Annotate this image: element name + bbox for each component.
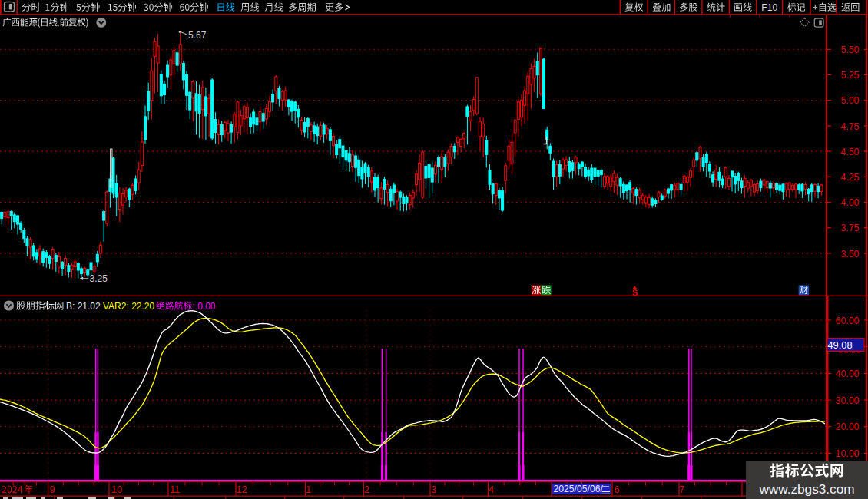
svg-text:3: 3 [431, 484, 436, 495]
svg-text:F10: F10 [761, 2, 777, 13]
svg-text:2025/05/06/: 2025/05/06/ [554, 484, 604, 494]
svg-text:5.00: 5.00 [840, 95, 859, 106]
svg-text:3.25: 3.25 [90, 273, 108, 284]
svg-text:5.25: 5.25 [840, 70, 859, 81]
svg-text:5.67: 5.67 [188, 30, 207, 41]
svg-text:49.08: 49.08 [828, 339, 853, 351]
svg-text:3.50: 3.50 [840, 249, 859, 259]
svg-text:6: 6 [615, 484, 620, 495]
svg-text:4.25: 4.25 [840, 172, 859, 183]
svg-text:10: 10 [111, 484, 122, 495]
svg-text:B: 21.02: B: 21.02 [66, 301, 101, 312]
svg-text:4.75: 4.75 [840, 121, 859, 132]
svg-text:9: 9 [50, 484, 55, 495]
svg-text:10.00: 10.00 [835, 448, 859, 459]
svg-text:www.zbgs3.com: www.zbgs3.com [758, 481, 854, 497]
svg-text:12: 12 [237, 484, 247, 495]
svg-text:11: 11 [170, 484, 180, 495]
svg-text:3.75: 3.75 [840, 223, 859, 233]
svg-text:7: 7 [679, 484, 684, 495]
svg-text:4.00: 4.00 [840, 197, 859, 208]
svg-text:4: 4 [489, 484, 494, 495]
svg-text:5.50: 5.50 [840, 45, 859, 55]
svg-text:60.00: 60.00 [835, 316, 859, 326]
svg-text:1: 1 [306, 484, 311, 495]
svg-text:: 0.00: : 0.00 [193, 301, 216, 312]
svg-text:4.50: 4.50 [840, 147, 859, 157]
svg-text:40.00: 40.00 [835, 368, 859, 379]
svg-text:VAR2: 22.20: VAR2: 22.20 [103, 301, 154, 312]
svg-text:2: 2 [364, 484, 369, 495]
svg-text:30.00: 30.00 [835, 395, 859, 406]
svg-text:20.00: 20.00 [835, 421, 859, 432]
